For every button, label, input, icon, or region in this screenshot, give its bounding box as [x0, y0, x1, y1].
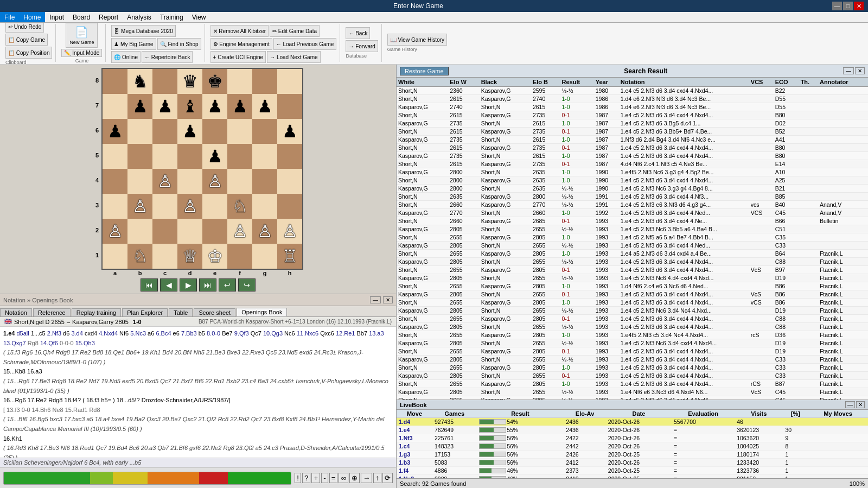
table-row[interactable]: Kasparov,G2800Short,N2635½-½19901.e4 c5 …	[397, 185, 868, 193]
big-game-btn[interactable]: ♟ My Big Game	[111, 38, 156, 50]
table-row[interactable]: Short,N2615Kasparov,G27401-019861.d4 e6 …	[397, 95, 868, 103]
sq-b4[interactable]	[127, 169, 152, 194]
list-item[interactable]: 1.c414832356%24422020-Oct-26=10040258	[397, 442, 868, 451]
sym-6[interactable]: ∞	[339, 473, 348, 483]
sq-e5[interactable]: ♟	[202, 144, 227, 169]
sq-a1[interactable]	[103, 244, 127, 269]
sq-c4[interactable]: ♙	[152, 169, 177, 194]
sq-h4[interactable]	[277, 169, 302, 194]
sym-3[interactable]: +	[311, 473, 320, 483]
engine-management-btn[interactable]: ⚙ Engine Management	[210, 38, 272, 50]
col-white[interactable]: White	[397, 78, 448, 87]
table-row[interactable]: Kasparov,G2735Short,N26151-019871.Nf3 d6…	[397, 136, 868, 144]
sq-b7[interactable]: ♟	[127, 94, 152, 119]
nav-next[interactable]: ▶	[180, 278, 197, 291]
sq-a7[interactable]	[103, 94, 127, 119]
sq-g2[interactable]: ♙	[252, 219, 277, 244]
sq-f7[interactable]: ♟	[227, 94, 252, 119]
table-row[interactable]: Kasparov,G2770Short,N26601-019921.e4 c5 …	[397, 209, 868, 217]
table-row[interactable]: Kasparov,G2735Short,N26151-019871.e4 c5 …	[397, 119, 868, 128]
menu-training[interactable]: Training	[156, 12, 188, 22]
sq-g3[interactable]	[252, 194, 277, 219]
list-item[interactable]: 1.d492743554%24362020-Oct-26556770046	[397, 418, 868, 426]
sq-f8[interactable]	[227, 69, 252, 94]
sym-10[interactable]: ⟳	[382, 473, 393, 483]
sq-e2[interactable]	[202, 219, 227, 244]
sq-b1[interactable]: ♘	[127, 244, 152, 269]
edit-game-data-btn[interactable]: ✏ Edit Game Data	[270, 25, 320, 37]
online-btn[interactable]: 🌐 Online	[111, 51, 141, 63]
db-forward-btn[interactable]: → Forward	[346, 40, 378, 52]
table-row[interactable]: Short,N2660Kasparov,G26850-119931.e4 c5 …	[397, 217, 868, 225]
sq-f2[interactable]: ♙	[227, 219, 252, 244]
table-row[interactable]: Kasparov,G2740Short,N26151-019861.d4 e6 …	[397, 103, 868, 111]
notation-content[interactable]: 1.e4 d5all 1...c5 2.Nf3 d6 3.d4 cxd4 4.N…	[0, 327, 396, 458]
sq-g5[interactable]	[252, 144, 277, 169]
table-row[interactable]: Short,N2615Kasparov,G27350-119871.e4 c5 …	[397, 128, 868, 136]
tab-notation[interactable]: Notation	[0, 308, 32, 316]
remove-kibitzer-btn[interactable]: ✕ Remove All Kibitzer	[210, 25, 269, 37]
sq-d3[interactable]: ♙	[177, 194, 202, 219]
sq-g8[interactable]	[252, 69, 277, 94]
sym-1[interactable]: !	[295, 473, 301, 483]
list-item[interactable]: 1.f4488646%23732020-Oct-25=13237361	[397, 467, 868, 475]
col-notation[interactable]: Notation	[619, 78, 749, 87]
search-close-btn[interactable]: ✕	[855, 67, 865, 74]
sq-h5[interactable]	[277, 144, 302, 169]
sq-e7[interactable]: ♟	[202, 94, 227, 119]
list-item[interactable]: 1.b3508356%24122020-Oct-26=12334201	[397, 459, 868, 467]
table-row[interactable]: Short,N2655Kasparov,G28051-019931.e4 c5 …	[397, 233, 868, 242]
sym-7[interactable]: ⊕	[349, 473, 360, 483]
minimize-btn[interactable]: —	[832, 2, 842, 10]
sq-f5[interactable]	[227, 144, 252, 169]
lb-col-eval[interactable]: Evaluation	[672, 410, 735, 418]
sq-h2[interactable]: ♙	[277, 219, 302, 244]
sq-d5[interactable]	[177, 144, 202, 169]
chess-board[interactable]: ♞ ♛ ♚ ♟ ♟ ♝ ♟ ♟ ♟ ♟	[101, 68, 303, 270]
notation-minimize-btn[interactable]: —	[370, 296, 381, 303]
table-row[interactable]: Kasparov,G2800Short,N26351-019901.e4f5 2…	[397, 168, 868, 176]
sq-b8[interactable]: ♞	[127, 69, 152, 94]
nav-redo[interactable]: ↪	[238, 278, 256, 291]
nav-first[interactable]: ⏮	[141, 278, 158, 291]
list-item[interactable]: 1.e476264955%24362020-Oct-26=362012330	[397, 426, 868, 434]
sq-c7[interactable]: ♟	[152, 94, 177, 119]
col-elo-b[interactable]: Elo B	[531, 78, 560, 87]
sq-g4[interactable]	[252, 169, 277, 194]
table-row[interactable]: Kasparov,G2805Short,N26550-119931.e4 c5 …	[397, 372, 868, 380]
col-annotator[interactable]: Annotator	[818, 78, 868, 87]
sq-g6[interactable]	[252, 119, 277, 144]
sq-c5[interactable]	[152, 144, 177, 169]
search-minimize-btn[interactable]: —	[843, 67, 854, 74]
livebook-close-btn[interactable]: ✕	[856, 401, 865, 408]
sq-c1[interactable]	[152, 244, 177, 269]
sq-g7[interactable]: ♟	[252, 94, 277, 119]
tab-table[interactable]: Table	[169, 308, 193, 316]
sym-8[interactable]: →	[361, 473, 372, 483]
menu-analysis[interactable]: Analysis	[123, 12, 156, 22]
menu-view[interactable]: View	[188, 12, 210, 22]
create-uci-btn[interactable]: + Create UCI Engine	[210, 51, 266, 63]
sq-c6[interactable]	[152, 119, 177, 144]
sq-a4[interactable]	[103, 169, 127, 194]
sq-h1[interactable]: ♖	[277, 244, 302, 269]
lb-col-visits[interactable]: Visits	[735, 410, 783, 418]
table-row[interactable]: Short,N2660Kasparov,G2770½-½19911.e4 c5 …	[397, 201, 868, 209]
list-item[interactable]: 1.g31715356%24262020-Oct-25=11801741	[397, 451, 868, 459]
table-row[interactable]: Short,N2655Kasparov,G28051-019931.e4 c5 …	[397, 299, 868, 307]
sq-c8[interactable]	[152, 69, 177, 94]
lb-col-result[interactable]: Result	[477, 410, 564, 418]
lb-col-games[interactable]: Games	[432, 410, 477, 418]
move-1-d5[interactable]: d5all	[16, 330, 30, 337]
sq-a5[interactable]	[103, 144, 127, 169]
menu-input[interactable]: Input	[45, 12, 68, 22]
livebook-minimize-btn[interactable]: —	[845, 401, 855, 408]
lb-col-mymoves[interactable]: My Moves	[808, 410, 868, 418]
copy-position-btn[interactable]: 📋 Copy Position	[5, 47, 52, 59]
table-row[interactable]: Short,N2800Kasparov,G26351-019901.e4 c5 …	[397, 176, 868, 185]
sym-4[interactable]: -	[321, 473, 328, 483]
sq-d7[interactable]: ♝	[177, 94, 202, 119]
sq-b3[interactable]: ♙	[127, 194, 152, 219]
menu-report[interactable]: Report	[94, 12, 123, 22]
tab-plan[interactable]: Plan Explorer	[122, 308, 168, 316]
